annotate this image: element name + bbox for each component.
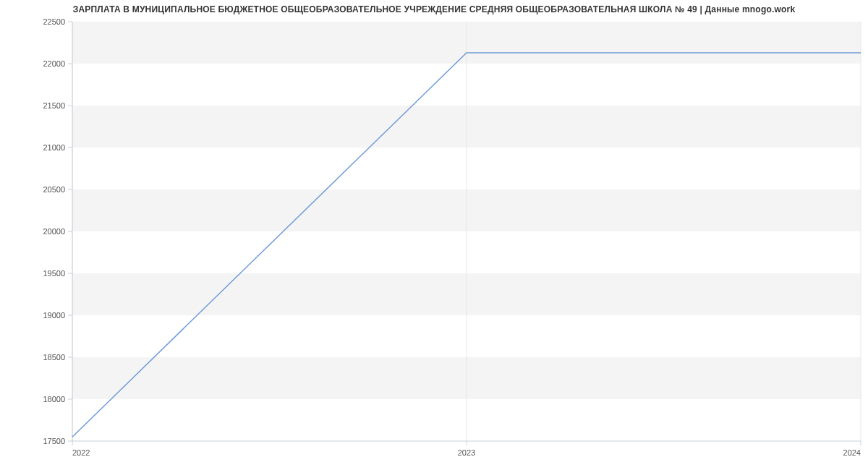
svg-text:18000: 18000 xyxy=(43,395,65,403)
svg-text:20000: 20000 xyxy=(43,227,65,236)
svg-text:2022: 2022 xyxy=(72,448,90,457)
svg-text:19000: 19000 xyxy=(43,311,65,320)
svg-text:21500: 21500 xyxy=(43,101,65,110)
svg-text:2024: 2024 xyxy=(843,448,861,457)
line-chart: 1750018000185001900019500200002050021000… xyxy=(0,0,868,470)
svg-text:22500: 22500 xyxy=(43,17,65,26)
svg-text:21000: 21000 xyxy=(43,143,65,152)
chart-title: ЗАРПЛАТА В МУНИЦИПАЛЬНОЕ БЮДЖЕТНОЕ ОБЩЕО… xyxy=(0,4,868,14)
chart-container: ЗАРПЛАТА В МУНИЦИПАЛЬНОЕ БЮДЖЕТНОЕ ОБЩЕО… xyxy=(0,0,868,470)
svg-text:22000: 22000 xyxy=(43,59,65,68)
svg-text:19500: 19500 xyxy=(43,269,65,278)
svg-text:18500: 18500 xyxy=(43,353,65,362)
svg-text:2023: 2023 xyxy=(458,448,475,457)
svg-text:17500: 17500 xyxy=(43,437,65,445)
svg-text:20500: 20500 xyxy=(43,185,65,194)
